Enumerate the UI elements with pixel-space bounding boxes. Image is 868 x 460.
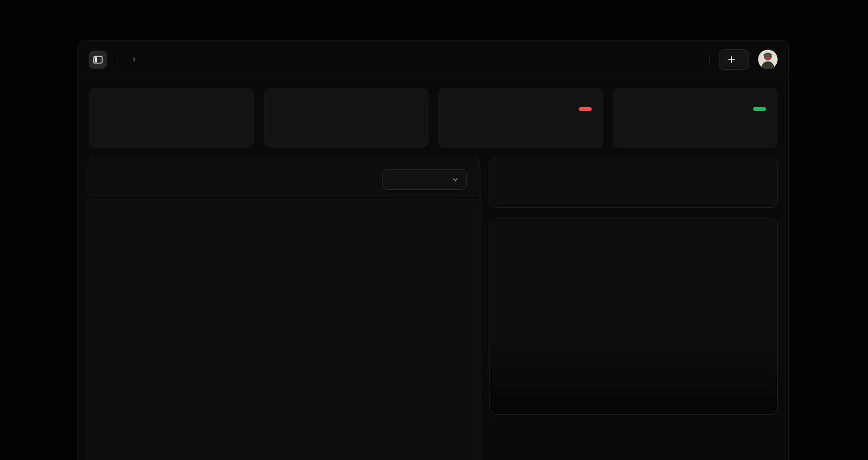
chevron-right-icon [131,57,137,62]
high-risk-permutations-panel [489,218,778,415]
stat-card-monthly-lookups [613,88,778,148]
trend-badge [753,107,766,111]
trend-badge [579,107,592,111]
stats-row [89,88,778,148]
top-bar [78,40,788,79]
stat-card-new-results [264,88,429,148]
domain-risk-trend-panel [89,157,480,460]
chart-header [89,157,480,200]
sidebar-toggle-button[interactable] [89,51,107,69]
divider [116,54,116,65]
top-bar-actions [701,49,778,70]
chart-body [89,200,480,429]
risk-trend-chart [101,208,469,420]
table-header [501,245,765,257]
main-content [78,79,788,460]
user-avatar[interactable] [758,50,778,69]
main-grid [89,157,778,460]
plus-icon [728,56,735,63]
high-risk-domains-panel [489,157,778,208]
stat-card-average-risk-score [438,88,603,148]
chevron-down-icon [452,176,459,183]
date-range-select[interactable] [382,169,467,190]
panel-bottom-fade [490,341,777,414]
table-header [501,184,765,196]
panel-left-icon [93,56,103,64]
right-column [489,157,778,415]
add-domain-button[interactable] [719,49,749,70]
screen [0,0,868,460]
divider [709,54,710,65]
avatar-image [758,50,778,69]
app-window [78,40,789,460]
stat-card-monitored-domains [89,88,254,148]
